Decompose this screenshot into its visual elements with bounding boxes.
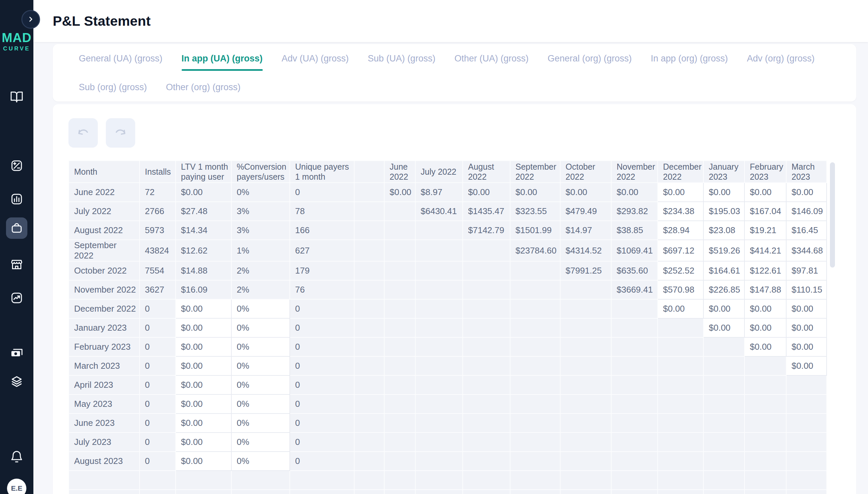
conversion-cell[interactable]: 0% bbox=[231, 395, 290, 414]
tab-sub-ua-gross[interactable]: Sub (UA) (gross) bbox=[368, 44, 436, 73]
conversion-cell[interactable]: 0% bbox=[231, 318, 290, 337]
value-cell[interactable]: $0.00 bbox=[704, 183, 745, 202]
column-header-unique-payers-1-month: Unique payers 1 month bbox=[290, 161, 354, 183]
conversion-cell[interactable]: 0% bbox=[231, 433, 290, 452]
tab-adv-ua-gross[interactable]: Adv (UA) (gross) bbox=[282, 44, 349, 73]
value-cell[interactable]: $195.03 bbox=[704, 202, 745, 221]
value-cell[interactable]: $164.61 bbox=[704, 261, 745, 280]
undo-button[interactable] bbox=[68, 118, 98, 148]
sidebar-item-library[interactable] bbox=[6, 87, 27, 108]
value-cell bbox=[704, 337, 745, 356]
value-cell[interactable]: $0.00 bbox=[786, 299, 827, 318]
sidebar: MAD CURVE E.E bbox=[0, 0, 33, 494]
sidebar-item-payments[interactable] bbox=[6, 342, 27, 364]
avatar[interactable]: E.E bbox=[7, 479, 26, 494]
conversion-cell[interactable]: 0% bbox=[231, 299, 290, 318]
sidebar-expand-button[interactable] bbox=[21, 10, 40, 29]
ltv-cell[interactable]: $0.00 bbox=[176, 433, 231, 452]
value-cell bbox=[463, 299, 510, 318]
value-cell bbox=[463, 280, 510, 299]
sidebar-item-layers[interactable] bbox=[6, 371, 27, 393]
ltv-cell[interactable]: $0.00 bbox=[176, 318, 231, 337]
value-cell[interactable]: $519.26 bbox=[704, 240, 745, 261]
unique-payers-cell: 0 bbox=[290, 183, 354, 202]
table-row-february-2023: February 20230$0.000%0$0.00$0.00 bbox=[69, 337, 827, 356]
notifications-button[interactable] bbox=[6, 446, 27, 468]
tab-in-app-ua-gross[interactable]: In app (UA) (gross) bbox=[182, 44, 263, 73]
ltv-cell[interactable]: $0.00 bbox=[176, 376, 231, 395]
value-cell[interactable]: $167.04 bbox=[745, 202, 786, 221]
month-cell: November 2022 bbox=[69, 280, 140, 299]
value-cell[interactable]: $0.00 bbox=[745, 299, 786, 318]
value-cell bbox=[384, 414, 415, 433]
value-cell[interactable]: $146.09 bbox=[786, 202, 827, 221]
month-cell: July 2022 bbox=[69, 202, 140, 221]
value-cell bbox=[415, 471, 463, 490]
value-cell[interactable]: $110.15 bbox=[786, 280, 827, 299]
conversion-cell[interactable]: 0% bbox=[231, 452, 290, 471]
sidebar-item-adjustments[interactable] bbox=[6, 155, 27, 177]
tab-sub-org-gross[interactable]: Sub (org) (gross) bbox=[79, 73, 147, 101]
value-cell bbox=[786, 376, 827, 395]
value-cell[interactable]: $23.08 bbox=[704, 221, 745, 240]
sidebar-nav bbox=[0, 52, 33, 393]
value-cell[interactable]: $0.00 bbox=[786, 318, 827, 337]
month-cell: June 2022 bbox=[69, 183, 140, 202]
conversion-cell[interactable]: 0% bbox=[231, 356, 290, 376]
value-cell[interactable]: $414.21 bbox=[745, 240, 786, 261]
tab-general-org-gross[interactable]: General (org) (gross) bbox=[548, 44, 632, 73]
conversion-cell[interactable]: 0% bbox=[231, 376, 290, 395]
tab-other-org-gross[interactable]: Other (org) (gross) bbox=[166, 73, 241, 101]
value-cell[interactable]: $0.00 bbox=[786, 183, 827, 202]
value-cell[interactable]: $147.88 bbox=[745, 280, 786, 299]
ltv-cell[interactable]: $0.00 bbox=[176, 299, 231, 318]
value-cell[interactable]: $97.81 bbox=[786, 261, 827, 280]
value-cell[interactable]: $0.00 bbox=[786, 356, 827, 376]
value-cell[interactable]: $16.45 bbox=[786, 221, 827, 240]
pl-table: MonthInstallsLTV 1 month paying user%Con… bbox=[68, 160, 827, 494]
value-cell[interactable]: $122.61 bbox=[745, 261, 786, 280]
unique-payers-cell: 0 bbox=[290, 337, 354, 356]
conversion-cell[interactable]: 0% bbox=[231, 414, 290, 433]
value-cell[interactable]: $570.98 bbox=[658, 280, 704, 299]
sidebar-item-growth[interactable] bbox=[6, 288, 27, 309]
value-cell bbox=[786, 433, 827, 452]
sidebar-item-store[interactable] bbox=[6, 254, 27, 276]
column-header-october-2022: October 2022 bbox=[560, 161, 611, 183]
conversion-cell[interactable]: 0% bbox=[231, 337, 290, 356]
ltv-cell[interactable]: $0.00 bbox=[176, 414, 231, 433]
value-cell bbox=[704, 471, 745, 490]
value-cell[interactable]: $19.21 bbox=[745, 221, 786, 240]
value-cell[interactable]: $28.94 bbox=[658, 221, 704, 240]
value-cell: $0.00 bbox=[611, 183, 658, 202]
value-cell[interactable]: $226.85 bbox=[704, 280, 745, 299]
value-cell[interactable]: $0.00 bbox=[745, 183, 786, 202]
ltv-cell[interactable]: $0.00 bbox=[176, 337, 231, 356]
ltv-cell[interactable]: $0.00 bbox=[176, 395, 231, 414]
value-cell[interactable]: $0.00 bbox=[658, 299, 704, 318]
sidebar-item-analytics[interactable] bbox=[6, 189, 27, 210]
ltv-cell[interactable]: $0.00 bbox=[176, 452, 231, 471]
value-cell[interactable]: $234.38 bbox=[658, 202, 704, 221]
value-cell[interactable]: $0.00 bbox=[658, 183, 704, 202]
tab-in-app-org-gross[interactable]: In app (org) (gross) bbox=[651, 44, 728, 73]
value-cell[interactable]: $0.00 bbox=[745, 337, 786, 356]
value-cell[interactable]: $0.00 bbox=[745, 318, 786, 337]
value-cell[interactable]: $0.00 bbox=[786, 337, 827, 356]
ltv-cell[interactable]: $0.00 bbox=[176, 356, 231, 376]
tab-general-ua-gross[interactable]: General (UA) (gross) bbox=[79, 44, 163, 73]
tab-other-ua-gross[interactable]: Other (UA) (gross) bbox=[454, 44, 529, 73]
table-scrollbar-thumb[interactable] bbox=[830, 162, 835, 268]
value-cell[interactable]: $0.00 bbox=[704, 318, 745, 337]
layers-icon bbox=[10, 375, 23, 389]
value-cell[interactable]: $0.00 bbox=[704, 299, 745, 318]
value-cell[interactable]: $697.12 bbox=[658, 240, 704, 261]
madcurve-logo: MAD CURVE bbox=[2, 32, 32, 52]
redo-button[interactable] bbox=[106, 118, 135, 148]
tab-adv-org-gross[interactable]: Adv (org) (gross) bbox=[747, 44, 814, 73]
value-cell[interactable]: $344.68 bbox=[786, 240, 827, 261]
value-cell[interactable]: $252.52 bbox=[658, 261, 704, 280]
sidebar-item-projects[interactable] bbox=[6, 217, 27, 239]
table-row-june-2023: June 20230$0.000%0 bbox=[69, 414, 827, 433]
value-cell bbox=[415, 318, 463, 337]
